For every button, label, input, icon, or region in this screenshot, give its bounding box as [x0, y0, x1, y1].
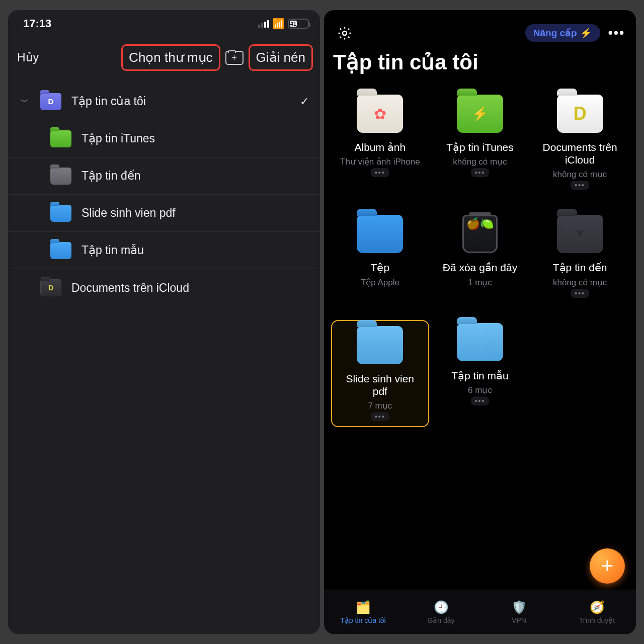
- tile-label: Tập tin mẫu: [451, 369, 509, 382]
- choose-folder-button[interactable]: Chọn thư mục: [121, 44, 220, 71]
- clock-icon: 🕘: [434, 600, 449, 614]
- trash-icon: 🍎🍋: [462, 215, 498, 253]
- tile-subtitle: 1 mục: [468, 277, 492, 288]
- folder-row[interactable]: Slide sinh vien pdf: [8, 195, 320, 232]
- battery-icon: 41: [288, 19, 309, 29]
- tile-label: Album ảnh: [354, 141, 406, 153]
- upgrade-label: Nâng cấp: [533, 27, 577, 39]
- folder-icon: [357, 215, 403, 253]
- folder-icon: [457, 95, 503, 133]
- folder-icon: [357, 95, 403, 133]
- tab-my-files[interactable]: 🗂️ Tập tin của tôi: [324, 590, 402, 634]
- tile-subtitle: Thư viện ảnh iPhone: [340, 156, 420, 167]
- folder-icon: [40, 279, 61, 296]
- upgrade-button[interactable]: Nâng cấp ⚡: [525, 24, 600, 42]
- tile-subtitle: không có mục: [453, 156, 507, 167]
- tile-more-icon[interactable]: •••: [471, 168, 490, 177]
- tile-label: Documents trên iCloud: [542, 141, 618, 166]
- tile-slide-pdf[interactable]: Slide sinh vien pdf 7 mục •••: [331, 320, 429, 427]
- folder-icon: [50, 168, 71, 185]
- chevron-down-icon[interactable]: ﹀: [19, 96, 30, 108]
- folder-icon: [557, 95, 603, 133]
- folder-icon: [50, 130, 71, 147]
- shield-icon: 🛡️: [512, 600, 527, 614]
- tile-subtitle: không có mục: [553, 169, 607, 180]
- folder-row[interactable]: Tập tin mẫu: [8, 232, 320, 269]
- tab-vpn[interactable]: 🛡️ VPN: [480, 590, 558, 634]
- page-title: Tập tin của tôi: [324, 47, 636, 78]
- tile-more-icon[interactable]: •••: [471, 396, 490, 406]
- left-header: Hủy Chọn thư mục + Giải nén: [8, 34, 320, 83]
- tab-bar: 🗂️ Tập tin của tôi 🕘 Gần đây 🛡️ VPN 🧭 Tr…: [324, 590, 636, 634]
- wifi-icon: 📶: [272, 18, 285, 30]
- folder-icon: [50, 205, 71, 222]
- folder-label: Documents trên iCloud: [71, 281, 309, 295]
- tile-label: Tập tin đến: [553, 261, 607, 274]
- tab-recent[interactable]: 🕘 Gần đây: [402, 590, 480, 634]
- right-header: Nâng cấp ⚡ •••: [324, 10, 636, 47]
- folder-label: Tập tin mẫu: [82, 244, 309, 257]
- folder-row-icloud[interactable]: Documents trên iCloud: [8, 269, 320, 306]
- tab-label: Tập tin của tôi: [340, 616, 385, 624]
- new-folder-icon[interactable]: +: [225, 51, 244, 65]
- tile-icloud-docs[interactable]: Documents trên iCloud không có mục •••: [531, 92, 629, 194]
- status-time: 17:13: [23, 17, 51, 30]
- tab-label: VPN: [512, 616, 526, 624]
- tile-label: Tệp: [371, 261, 390, 274]
- tab-browser[interactable]: 🧭 Trình duyệt: [558, 590, 636, 634]
- tile-more-icon[interactable]: •••: [571, 289, 589, 298]
- tile-label: Đã xóa gần đây: [443, 261, 517, 274]
- tile-incoming[interactable]: Tập tin đến không có mục •••: [531, 212, 629, 301]
- tile-more-icon[interactable]: •••: [371, 412, 389, 421]
- tile-label: Tập tin iTunes: [446, 141, 514, 153]
- folder-row-root[interactable]: ﹀ Tập tin của tôi ✓: [8, 83, 320, 120]
- cancel-button[interactable]: Hủy: [17, 51, 39, 64]
- settings-icon[interactable]: [336, 25, 353, 42]
- compass-icon: 🧭: [590, 600, 605, 614]
- folder-label: Tập tin đến: [82, 169, 309, 183]
- tile-more-icon[interactable]: •••: [371, 168, 389, 177]
- folder-icon: [557, 215, 603, 253]
- folder-icon: [50, 242, 71, 259]
- svg-point-0: [343, 31, 347, 35]
- folder-label: Tập tin iTunes: [82, 132, 309, 145]
- status-bar: 17:13 📶 41: [8, 10, 320, 34]
- folder-label: Tập tin của tôi: [71, 95, 290, 108]
- more-icon[interactable]: •••: [608, 25, 625, 41]
- folder-row[interactable]: Tập tin đến: [8, 157, 320, 195]
- tile-more-icon[interactable]: •••: [571, 181, 589, 190]
- folder-icon: [357, 326, 403, 364]
- status-indicators: 📶 41: [258, 18, 309, 30]
- tab-label: Gần đây: [427, 616, 454, 624]
- left-screen: 17:13 📶 41 Hủy Chọn thư mục + Giải nén ﹀…: [8, 10, 320, 634]
- tab-label: Trình duyệt: [579, 616, 615, 624]
- folder-icon: 🗂️: [356, 600, 371, 614]
- tile-itunes[interactable]: Tập tin iTunes không có mục •••: [431, 92, 529, 194]
- tile-photos[interactable]: Album ảnh Thư viện ảnh iPhone •••: [331, 92, 429, 194]
- extract-button[interactable]: Giải nén: [249, 44, 313, 71]
- tile-label: Slide sinh vien pdf: [342, 372, 418, 397]
- folder-icon: [457, 323, 503, 361]
- folder-grid: Album ảnh Thư viện ảnh iPhone ••• Tập ti…: [324, 78, 636, 427]
- tile-subtitle: 6 mục: [468, 385, 492, 395]
- tile-sample-files[interactable]: Tập tin mẫu 6 mục •••: [431, 320, 529, 427]
- tile-subtitle: 7 mục: [368, 400, 392, 411]
- bolt-icon: ⚡: [580, 27, 592, 39]
- tile-subtitle: không có mục: [553, 277, 607, 288]
- tile-trash[interactable]: 🍎🍋 Đã xóa gần đây 1 mục: [431, 212, 529, 301]
- folder-row[interactable]: Tập tin iTunes: [8, 120, 320, 157]
- checkmark-icon: ✓: [300, 95, 309, 108]
- cellular-icon: [258, 20, 269, 28]
- right-screen: Nâng cấp ⚡ ••• Tập tin của tôi Album ảnh…: [324, 10, 636, 634]
- folder-icon: [40, 93, 61, 110]
- tile-files-app[interactable]: Tệp Tệp Apple: [331, 212, 429, 301]
- plus-icon: +: [601, 554, 614, 578]
- folder-label: Slide sinh vien pdf: [82, 206, 309, 220]
- add-button[interactable]: +: [590, 548, 625, 584]
- tile-subtitle: Tệp Apple: [361, 277, 399, 288]
